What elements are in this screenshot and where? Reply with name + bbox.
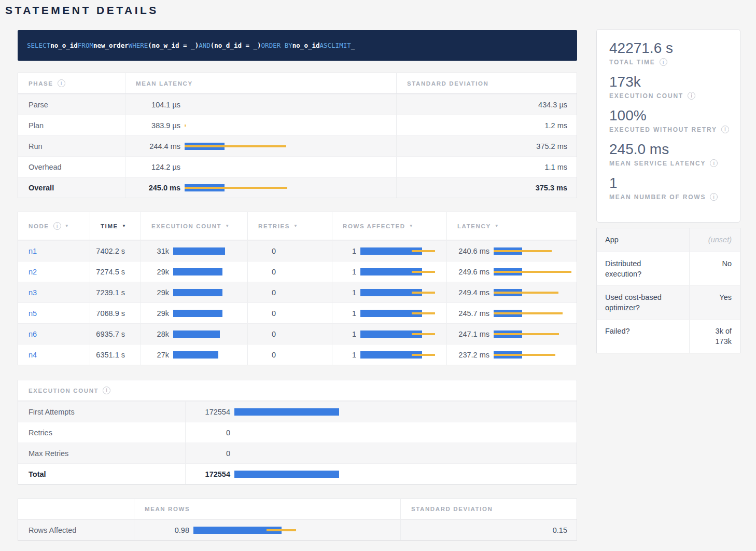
phase-latency-table: PHASE i MEAN LATENCY STANDARD DEVIATION …	[18, 73, 577, 198]
stat-mean-service-latency: 245.0 ms MEAN SERVICE LATENCYi	[609, 140, 740, 167]
exec-count-value: 29k	[141, 309, 169, 318]
attribute-value: No	[689, 252, 740, 285]
latency-bar	[494, 289, 575, 296]
node-link[interactable]: n1	[29, 247, 37, 255]
sort-arrow-icon: ▼	[409, 224, 414, 228]
phase-row-overhead: Overhead 124.2 µs 1.1 ms	[18, 156, 577, 177]
rows-affected-bar	[360, 330, 438, 338]
standard-deviation-column-header: STANDARD DEVIATION	[396, 73, 578, 93]
node-row: n4 6351.1 s 27k 0 1 237.2 ms	[18, 344, 577, 365]
latency-value: 237.2 ms	[447, 351, 489, 359]
phase-row-parse: Parse 104.1 µs 434.3 µs	[18, 94, 577, 115]
rows-affected-value: 1	[332, 268, 356, 276]
exec-count-value: 28k	[141, 330, 169, 338]
stat-executed-without-retry: 100% EXECUTED WITHOUT RETRYi	[609, 106, 740, 133]
attribute-label: App	[597, 228, 689, 252]
empty-header-cell	[18, 499, 134, 519]
node-column-header[interactable]: NODE i ▼	[18, 212, 90, 240]
stat-label: EXECUTION COUNT	[609, 92, 683, 100]
mean-rows-bar	[193, 527, 304, 534]
info-icon[interactable]: i	[58, 79, 65, 87]
node-row: n5 7068.9 s 29k 0 1 245.7 ms	[18, 302, 577, 323]
retries-value: 0	[248, 268, 276, 276]
rows-affected-value: 1	[332, 247, 356, 255]
latency-bar	[185, 122, 288, 129]
sort-arrow-icon: ▼	[65, 224, 70, 228]
page-title: STATEMENT DETAILS	[5, 4, 756, 17]
attribute-value: 3k of 173k	[689, 320, 740, 353]
stat-value: 245.0 ms	[609, 140, 740, 159]
info-icon[interactable]: i	[688, 92, 695, 100]
retries-value: 0	[248, 247, 276, 255]
sort-arrow-icon: ▼	[122, 224, 127, 228]
exec-count-value: 27k	[141, 351, 169, 359]
sql-token: FROM	[78, 42, 93, 49]
exec-count-bar	[173, 268, 230, 276]
sort-arrow-icon: ▼	[495, 224, 500, 228]
std-dev-value: 1.1 ms	[396, 157, 578, 177]
info-icon[interactable]: i	[721, 126, 729, 133]
time-value: 7068.9 s	[90, 303, 141, 323]
phase-row-plan: Plan 383.9 µs 1.2 ms	[18, 115, 577, 135]
summary-stats-card: 42271.6 s TOTAL TIMEi 173k EXECUTION COU…	[596, 29, 740, 223]
latency-bar	[494, 351, 575, 359]
node-link[interactable]: n6	[29, 330, 37, 338]
exec-row-total: Total 172554	[18, 463, 577, 484]
mean-latency-value: 245.0 ms	[136, 184, 180, 192]
exec-count-bar	[173, 351, 230, 359]
latency-value: 245.7 ms	[447, 309, 489, 318]
info-icon[interactable]: i	[103, 387, 110, 394]
exec-count-bar	[173, 289, 230, 296]
exec-count-bar	[234, 471, 339, 478]
attribute-row-cost-based-optimizer: Used cost-based optimizer? Yes	[597, 285, 740, 319]
retries-value: 0	[248, 309, 276, 318]
stat-label: MEAN NUMBER OF ROWS	[609, 194, 706, 201]
latency-column-header[interactable]: LATENCY ▼	[446, 212, 578, 240]
latency-bar	[494, 310, 575, 317]
latency-bar	[185, 163, 288, 171]
exec-count-value: 29k	[141, 268, 169, 276]
retries-value: 0	[248, 288, 276, 297]
sql-token: AND	[199, 42, 211, 49]
exec-count-bar	[173, 247, 230, 255]
sql-token: LIMIT	[331, 42, 351, 49]
node-link[interactable]: n3	[29, 288, 37, 297]
latency-bar	[494, 247, 575, 255]
rows-affected-bar	[360, 351, 438, 359]
rows-affected-value: 1	[332, 309, 356, 318]
stat-mean-number-of-rows: 1 MEAN NUMBER OF ROWSi	[609, 174, 740, 201]
time-value: 6351.1 s	[90, 345, 141, 365]
std-dev-value: 375.3 ms	[396, 177, 578, 198]
exec-row: Retries 0	[18, 422, 577, 443]
statement-details-page: STATEMENT DETAILS SELECT no_o_id FROM ne…	[0, 0, 756, 541]
attribute-row-app: App (unset)	[597, 228, 740, 252]
attribute-label: Failed?	[597, 320, 689, 353]
sql-token: ORDER BY	[261, 42, 292, 49]
info-icon[interactable]: i	[710, 159, 718, 167]
node-link[interactable]: n4	[29, 351, 37, 359]
sql-statement-box: SELECT no_o_id FROM new_order WHERE (no_…	[18, 30, 577, 61]
sql-token: no_o_id	[292, 42, 320, 49]
time-column-header[interactable]: TIME ▼	[90, 212, 141, 240]
sql-token: no_o_id	[50, 42, 78, 49]
node-link[interactable]: n5	[29, 309, 37, 318]
sql-token: _	[351, 42, 355, 49]
info-icon[interactable]: i	[53, 222, 61, 230]
node-link[interactable]: n2	[29, 268, 37, 276]
rows-affected-column-header[interactable]: ROWS AFFECTED ▼	[332, 212, 446, 240]
exec-count-value: 31k	[141, 247, 169, 255]
info-icon[interactable]: i	[710, 193, 718, 201]
std-dev-value: 1.2 ms	[396, 115, 578, 135]
stat-label: TOTAL TIME	[609, 59, 655, 66]
latency-value: 249.4 ms	[447, 288, 489, 297]
node-row: n3 7239.1 s 29k 0 1 249.4 ms	[18, 282, 577, 302]
exec-count-value: 0	[186, 429, 230, 437]
attribute-value: (unset)	[689, 228, 740, 252]
stat-value: 42271.6 s	[609, 39, 740, 58]
rows-affected-bar	[360, 268, 438, 276]
execution-count-column-header[interactable]: EXECUTION COUNT ▼	[141, 212, 247, 240]
retries-column-header[interactable]: RETRIES ▼	[247, 212, 332, 240]
sort-arrow-icon: ▼	[293, 224, 299, 228]
latency-bar	[185, 101, 288, 108]
info-icon[interactable]: i	[660, 58, 667, 66]
